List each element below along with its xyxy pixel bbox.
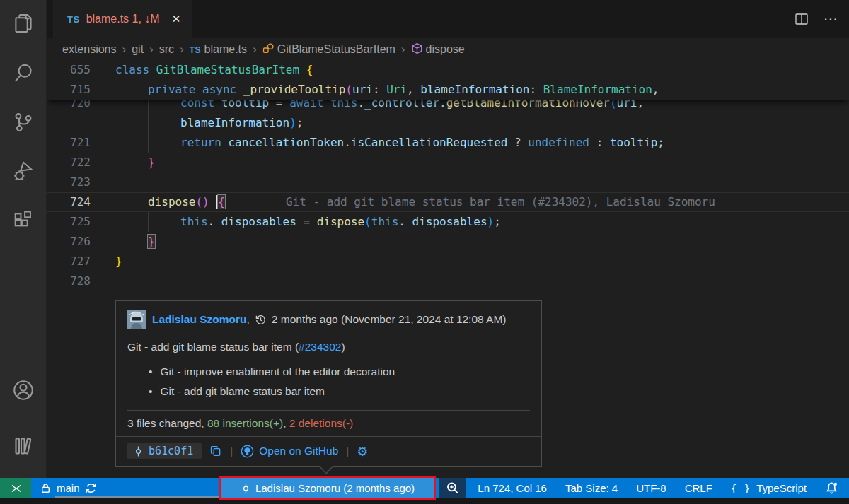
commit-bullet: Git - add git blame status bar item xyxy=(149,382,530,402)
code-line-655[interactable]: 655class GitBlameStatusBarItem { xyxy=(47,60,849,80)
run-and-debug-icon[interactable] xyxy=(10,158,37,185)
chevron-right-icon: › xyxy=(149,42,154,57)
tab-blame-ts[interactable]: TS blame.ts 1, ↓M ✕ xyxy=(53,0,192,38)
tab-bar: TS blame.ts 1, ↓M ✕ ⋯ xyxy=(47,0,849,38)
chevron-right-icon: › xyxy=(122,42,127,57)
lock-icon xyxy=(40,482,52,494)
typescript-file-icon: TS xyxy=(190,45,201,55)
commit-body: Git - improve enabliment of the editor d… xyxy=(149,362,530,402)
line-number: 721 xyxy=(47,133,91,153)
remote-indicator[interactable] xyxy=(0,478,31,498)
line-number: 722 xyxy=(47,153,91,172)
vscode-window: TS blame.ts 1, ↓M ✕ ⋯ extensions › git ›… xyxy=(0,0,849,504)
code-line-723[interactable]: 723 xyxy=(47,172,849,192)
commit-stats: 3 files changed, 88 insertions(+), 2 del… xyxy=(116,411,541,436)
insertions: 88 insertions(+) xyxy=(207,417,283,429)
code-line-715[interactable]: 715private async _provideTooltip(uri: Ur… xyxy=(47,80,849,100)
commit-time: 2 months ago (November 21, 2024 at 12:08… xyxy=(272,313,507,326)
library-icon[interactable] xyxy=(10,433,37,459)
code-line-wrapped[interactable]: blameInformation); xyxy=(47,113,849,133)
braces-icon: { } xyxy=(731,483,751,494)
line-number: 725 xyxy=(47,212,91,232)
tooltip-arrow xyxy=(320,466,333,473)
commit-message: Git - add git blame status bar item (#23… xyxy=(127,341,530,353)
code-line-726[interactable]: 726} xyxy=(47,232,849,252)
avatar xyxy=(127,310,146,329)
code-line-727[interactable]: 727} xyxy=(47,252,849,271)
breadcrumb-folder[interactable]: src xyxy=(159,43,174,56)
extensions-icon[interactable] xyxy=(10,208,37,235)
history-icon xyxy=(255,314,267,326)
breadcrumb-folder[interactable]: extensions xyxy=(62,43,117,56)
breadcrumb: extensions › git › src › TS blame.ts › G… xyxy=(47,38,849,60)
issue-link[interactable]: #234302 xyxy=(299,341,341,353)
close-icon[interactable]: ✕ xyxy=(172,13,181,25)
commit-hash-button[interactable]: b61c0f1 xyxy=(127,443,202,459)
search-icon[interactable] xyxy=(10,59,37,86)
breadcrumb-file[interactable]: TS blame.ts xyxy=(190,43,247,56)
line-number: 727 xyxy=(47,252,91,271)
copy-icon[interactable] xyxy=(209,445,222,457)
git-commit-icon xyxy=(241,482,251,495)
sync-icon xyxy=(85,482,97,494)
github-icon xyxy=(241,445,254,458)
breadcrumb-symbol-class[interactable]: GitBlameStatusBarItem xyxy=(262,42,395,56)
git-commit-icon xyxy=(133,445,144,457)
eol-indicator[interactable]: CRLF xyxy=(685,482,712,494)
code-line-722[interactable]: 722} xyxy=(47,153,849,172)
git-blame-hover: Ladislau Szomoru, 2 months ago (November… xyxy=(115,300,542,467)
breadcrumb-folder[interactable]: git xyxy=(132,43,144,56)
activity-bar xyxy=(0,0,47,478)
zoom-annotation-icon[interactable] xyxy=(439,478,466,498)
notifications-bell-icon[interactable] xyxy=(825,481,838,495)
line-number: 715 xyxy=(47,80,91,100)
line-number: 726 xyxy=(47,232,91,252)
explorer-icon[interactable] xyxy=(10,10,37,37)
deletions: 2 deletions(-) xyxy=(289,417,353,429)
split-editor-icon[interactable] xyxy=(794,11,809,27)
source-control-icon[interactable] xyxy=(10,109,37,136)
chevron-right-icon: › xyxy=(180,42,184,57)
accounts-icon[interactable] xyxy=(10,377,37,404)
symbol-class-icon xyxy=(262,42,275,54)
code-line-721[interactable]: 721return cancellationToken.isCancellati… xyxy=(47,133,849,153)
open-on-github-link[interactable]: Open on GitHub xyxy=(241,445,338,458)
code-line-724[interactable]: 724dispose() {Git - add git blame status… xyxy=(47,192,849,212)
gear-icon[interactable]: ⚙ xyxy=(357,444,368,459)
sticky-scroll[interactable]: 655class GitBlameStatusBarItem {715priva… xyxy=(47,60,849,100)
author-link[interactable]: Ladislau Szomoru xyxy=(152,313,247,325)
inline-blame-annotation: Git - add git blame status bar item (#23… xyxy=(286,195,715,209)
line-number: 655 xyxy=(47,60,91,80)
symbol-method-icon xyxy=(411,42,423,54)
chevron-right-icon: › xyxy=(401,42,405,57)
line-col-indicator[interactable]: Ln 724, Col 16 xyxy=(478,482,547,494)
tab-title: blame.ts 1, ↓M xyxy=(86,13,160,25)
commit-bullet: Git - improve enabliment of the editor d… xyxy=(149,362,530,382)
git-blame-status-item[interactable]: Ladislau Szomoru (2 months ago) xyxy=(221,478,434,498)
tab-size-indicator[interactable]: Tab Size: 4 xyxy=(565,482,618,494)
more-actions-icon[interactable]: ⋯ xyxy=(824,11,839,28)
line-number: 724 xyxy=(47,192,91,212)
code-line-725[interactable]: 725this._disposables = dispose(this._dis… xyxy=(47,212,849,232)
taskbar-strip xyxy=(0,498,849,504)
line-number: 723 xyxy=(47,172,91,192)
line-number: 728 xyxy=(47,271,91,291)
breadcrumb-symbol-method[interactable]: dispose xyxy=(411,42,465,56)
encoding-indicator[interactable]: UTF-8 xyxy=(636,482,666,494)
typescript-file-icon: TS xyxy=(67,14,80,25)
chevron-right-icon: › xyxy=(253,42,257,57)
code-line-728[interactable]: 728 xyxy=(47,271,849,291)
branch-name: main xyxy=(57,482,80,494)
language-indicator[interactable]: { }TypeScript xyxy=(731,482,807,494)
